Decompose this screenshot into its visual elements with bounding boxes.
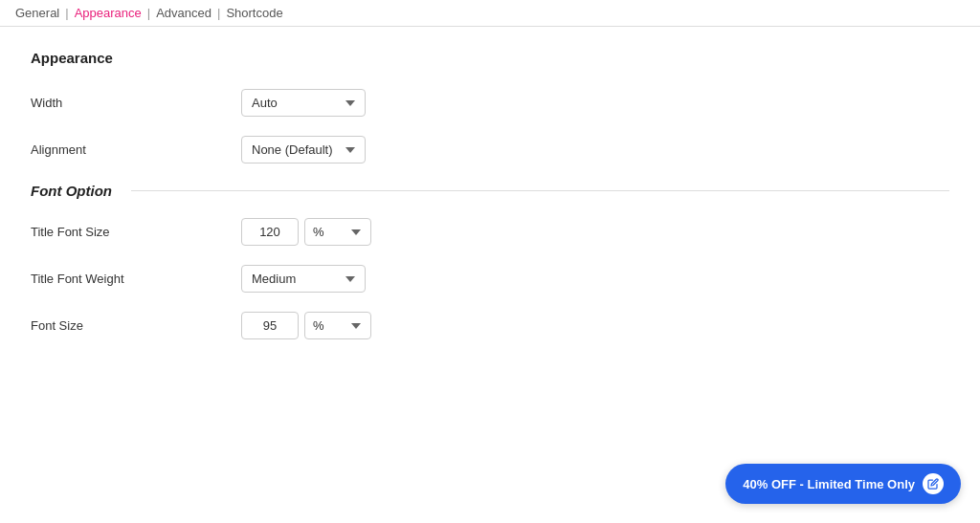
title-font-weight-row: Title Font Weight Thin Light Regular Med… (31, 265, 949, 293)
main-content: Appearance Width Auto Full Width Custom … (0, 27, 980, 381)
font-size-unit-select[interactable]: % px em (304, 312, 371, 339)
font-option-title: Font Option (31, 183, 112, 199)
font-size-input[interactable] (241, 312, 299, 339)
title-font-weight-control: Thin Light Regular Medium Semi Bold Bold… (241, 265, 366, 293)
tab-sep-3: | (217, 6, 220, 20)
font-size-label: Font Size (31, 318, 241, 333)
font-size-row: Font Size % px em (31, 312, 949, 339)
width-select[interactable]: Auto Full Width Custom (241, 89, 366, 117)
font-option-header: Font Option (31, 183, 949, 199)
width-row: Width Auto Full Width Custom (31, 89, 949, 117)
alignment-select[interactable]: None (Default) Left Center Right (241, 136, 366, 163)
alignment-control: None (Default) Left Center Right (241, 136, 366, 163)
width-control: Auto Full Width Custom (241, 89, 366, 117)
tab-general[interactable]: General (15, 6, 59, 20)
title-font-size-unit-select[interactable]: % px em (304, 218, 371, 246)
font-option-divider (131, 190, 949, 191)
tab-appearance[interactable]: Appearance (75, 6, 142, 20)
width-label: Width (31, 96, 241, 110)
tab-advanced[interactable]: Advanced (156, 6, 212, 20)
alignment-label: Alignment (31, 142, 241, 157)
title-font-weight-select[interactable]: Thin Light Regular Medium Semi Bold Bold… (241, 265, 366, 293)
font-size-control: % px em (241, 312, 371, 339)
tab-shortcode[interactable]: Shortcode (226, 6, 282, 20)
title-font-size-control: % px em (241, 218, 371, 246)
title-font-size-input[interactable] (241, 218, 299, 246)
title-font-weight-label: Title Font Weight (31, 272, 241, 286)
tab-sep-2: | (147, 6, 150, 20)
title-font-size-label: Title Font Size (31, 225, 241, 239)
title-font-size-row: Title Font Size % px em (31, 218, 949, 246)
alignment-row: Alignment None (Default) Left Center Rig… (31, 136, 949, 163)
tab-bar: General | Appearance | Advanced | Shortc… (0, 0, 980, 27)
appearance-section-title: Appearance (31, 50, 949, 66)
tab-sep-1: | (65, 6, 68, 20)
